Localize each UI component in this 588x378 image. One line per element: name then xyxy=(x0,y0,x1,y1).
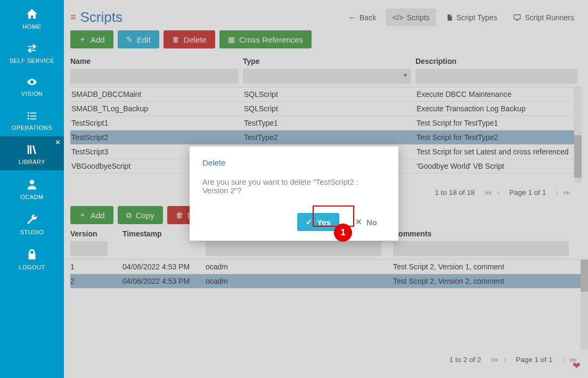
modal-no-label: No xyxy=(366,218,377,227)
user-icon xyxy=(26,178,38,191)
books-icon xyxy=(24,144,39,155)
sidebar-label: HOME xyxy=(23,23,42,30)
check-icon: ✓ xyxy=(306,217,313,227)
sidebar-label: OCADM xyxy=(20,194,43,200)
sidebar-label: STUDIO xyxy=(20,229,44,235)
modal-yes-label: Yes xyxy=(317,218,331,227)
sidebar-label: LIBRARY xyxy=(19,159,45,165)
sidebar: HOME SELF SERVICE VISION OPERATIONS ✕ LI… xyxy=(0,0,64,378)
lock-icon xyxy=(26,248,38,261)
sidebar-label: VISION xyxy=(21,91,43,97)
modal-yes-button[interactable]: ✓ Yes xyxy=(297,213,339,231)
callout-badge: 1 xyxy=(334,224,352,242)
sidebar-item-vision[interactable]: VISION xyxy=(0,69,64,102)
sidebar-label: SELF SERVICE xyxy=(10,57,55,64)
swap-icon xyxy=(25,43,39,54)
sidebar-item-studio[interactable]: STUDIO xyxy=(0,206,64,241)
sidebar-label: LOGOUT xyxy=(19,264,45,270)
callout-number: 1 xyxy=(340,227,345,238)
delete-confirm-modal: Delete Are you sure you want to delete "… xyxy=(190,146,398,241)
sidebar-item-logout[interactable]: LOGOUT xyxy=(0,241,64,276)
modal-message: Are you sure you want to delete "TestScr… xyxy=(202,178,386,195)
modal-title: Delete xyxy=(202,158,386,167)
sidebar-item-operations[interactable]: OPERATIONS xyxy=(0,102,64,136)
list-check-icon xyxy=(25,110,39,121)
sidebar-item-selfservice[interactable]: SELF SERVICE xyxy=(0,35,64,69)
modal-no-button[interactable]: ✕ No xyxy=(347,213,386,231)
sidebar-item-user[interactable]: OCADM xyxy=(0,170,64,206)
svg-point-0 xyxy=(30,180,34,184)
sidebar-item-home[interactable]: HOME xyxy=(0,0,64,35)
wrench-icon xyxy=(26,213,38,226)
eye-icon xyxy=(24,77,39,87)
home-icon xyxy=(24,7,39,20)
sidebar-item-library[interactable]: ✕ LIBRARY xyxy=(0,136,64,170)
modal-actions: ✓ Yes ✕ No xyxy=(202,213,386,231)
close-icon: ✕ xyxy=(355,217,362,227)
sidebar-label: OPERATIONS xyxy=(12,125,52,131)
close-icon[interactable]: ✕ xyxy=(55,138,61,146)
